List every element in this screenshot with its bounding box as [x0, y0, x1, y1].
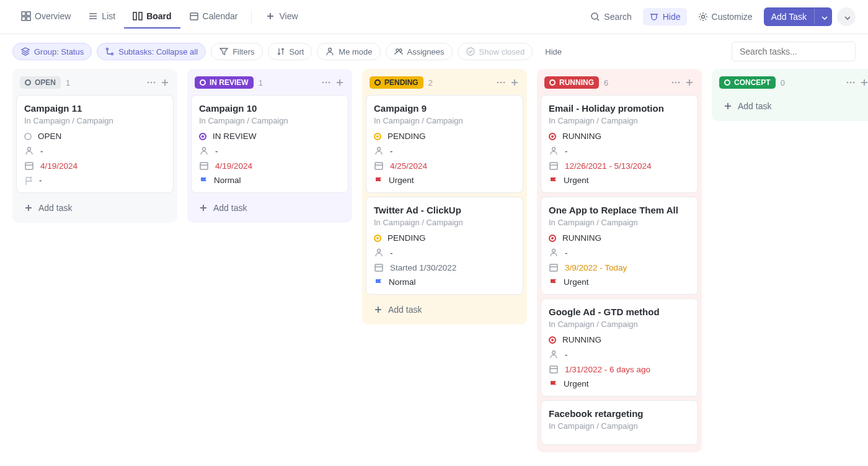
calendar-icon: [199, 161, 209, 171]
status-badge[interactable]: IN REVIEW: [195, 76, 254, 89]
search-tasks[interactable]: [732, 42, 856, 61]
calendar-icon: [374, 161, 384, 171]
status-label: RUNNING: [559, 78, 594, 87]
filters-pill[interactable]: Filters: [211, 43, 262, 60]
status-badge[interactable]: CONCEPT: [719, 76, 776, 89]
tab-add-view[interactable]: View: [257, 5, 306, 29]
task-card[interactable]: Campaign 11 In Campaign / Campaign OPEN …: [16, 95, 174, 193]
column-header: PENDING 2: [366, 73, 523, 95]
search-input[interactable]: [740, 47, 848, 56]
status-badge[interactable]: PENDING: [370, 76, 423, 89]
hide-icon: [649, 12, 659, 22]
status-ring-icon: [549, 235, 556, 242]
tab-calendar[interactable]: Calendar: [180, 5, 247, 29]
subtasks-pill[interactable]: Subtasks: Collapse all: [97, 43, 206, 60]
card-title: Campaign 11: [24, 103, 166, 114]
plus-icon[interactable]: [684, 78, 694, 87]
list-icon: [88, 11, 98, 21]
card-status: IN REVIEW: [199, 132, 340, 141]
date-text: 4/19/2024: [40, 161, 78, 171]
assignee-text: -: [215, 146, 218, 156]
card-date: 4/19/2024: [199, 161, 340, 171]
plus-icon[interactable]: [859, 78, 868, 87]
status-text: RUNNING: [562, 335, 601, 344]
search-button[interactable]: Search: [584, 8, 637, 25]
tab-overview[interactable]: Overview: [12, 5, 79, 29]
more-icon[interactable]: [146, 78, 156, 87]
card-priority: Normal: [374, 277, 515, 287]
person-icon: [549, 146, 559, 156]
hide-toolbar-button[interactable]: Hide: [538, 44, 569, 60]
user-menu[interactable]: [837, 7, 856, 26]
column-header: RUNNING 6: [541, 73, 698, 95]
chevron-down-icon: [843, 13, 850, 20]
card-title: One App to Replace Them All: [549, 205, 690, 215]
flag-icon: [199, 176, 208, 185]
plus-icon[interactable]: [335, 78, 345, 87]
me-mode-pill[interactable]: Me mode: [317, 43, 380, 60]
task-card[interactable]: Google Ad - GTD method In Campaign / Cam…: [541, 298, 698, 397]
priority-text: Normal: [389, 277, 416, 287]
task-card[interactable]: Twitter Ad - ClickUp In Campaign / Campa…: [366, 197, 523, 295]
status-ring-icon: [374, 235, 381, 242]
tab-label: Overview: [35, 11, 71, 21]
show-closed-pill[interactable]: Show closed: [458, 43, 533, 60]
assignees-pill[interactable]: Assignees: [386, 43, 453, 60]
add-task-dropdown[interactable]: [814, 9, 832, 25]
group-pill[interactable]: Group: Status: [12, 43, 92, 60]
tab-board[interactable]: Board: [124, 5, 180, 29]
card-assignee: -: [199, 146, 340, 156]
customize-button[interactable]: Customize: [692, 8, 759, 25]
card-title: Campaign 9: [374, 103, 515, 114]
plus-icon: [373, 305, 383, 315]
add-task-button[interactable]: Add Task: [764, 7, 832, 26]
flag-icon: [549, 380, 557, 388]
status-ring-icon: [374, 133, 381, 140]
more-icon[interactable]: [846, 78, 856, 87]
task-card[interactable]: One App to Replace Them All In Campaign …: [541, 197, 698, 295]
add-task-button[interactable]: Add task: [715, 95, 868, 117]
task-card[interactable]: Campaign 10 In Campaign / Campaign IN RE…: [191, 95, 348, 193]
status-badge[interactable]: OPEN: [20, 76, 61, 89]
board: OPEN 1 Campaign 11 In Campaign / Campaig…: [0, 69, 868, 465]
card-assignee: -: [549, 248, 690, 258]
flag-icon: [374, 278, 383, 287]
label: Me mode: [339, 47, 372, 56]
add-task-button[interactable]: Add task: [366, 298, 523, 321]
column-running: RUNNING 6 Email - Holiday promotion In C…: [537, 69, 702, 452]
hide-button[interactable]: Hide: [643, 8, 687, 25]
status-label: CONCEPT: [734, 78, 771, 87]
top-actions: Search Hide Customize Add Task: [584, 7, 856, 26]
more-icon[interactable]: [321, 78, 331, 87]
date-text: 3/9/2022 - Today: [565, 263, 627, 272]
task-card[interactable]: Campaign 9 In Campaign / Campaign PENDIN…: [366, 95, 523, 193]
card-title: Google Ad - GTD method: [549, 307, 690, 317]
status-badge[interactable]: RUNNING: [544, 76, 599, 89]
column-count: 2: [428, 78, 433, 87]
card-date: 1/31/2022 - 6 days ago: [549, 364, 690, 374]
add-task-button[interactable]: Add task: [16, 197, 174, 219]
status-dot-icon: [200, 79, 206, 86]
status-text: IN REVIEW: [213, 132, 257, 141]
sort-pill[interactable]: Sort: [268, 43, 312, 60]
status-text: RUNNING: [562, 233, 601, 243]
tab-list[interactable]: List: [79, 5, 124, 29]
more-icon[interactable]: [671, 78, 681, 87]
card-breadcrumb: In Campaign / Campaign: [549, 218, 690, 227]
card-assignee: -: [374, 146, 515, 156]
filter-icon: [219, 47, 229, 56]
card-priority: Urgent: [374, 176, 515, 185]
task-card[interactable]: Facebook retargeting In Campaign / Campa…: [541, 400, 698, 445]
column-pending: PENDING 2 Campaign 9 In Campaign / Campa…: [362, 69, 527, 325]
task-card[interactable]: Email - Holiday promotion In Campaign / …: [541, 95, 698, 193]
card-priority: Urgent: [549, 176, 690, 185]
priority-text: Urgent: [389, 176, 414, 185]
tab-label: List: [102, 11, 115, 21]
plus-icon[interactable]: [510, 78, 520, 87]
plus-icon[interactable]: [160, 78, 170, 87]
column-count: 1: [66, 78, 70, 87]
label[interactable]: Add Task: [764, 7, 814, 26]
more-icon[interactable]: [496, 78, 506, 87]
add-task-button[interactable]: Add task: [191, 197, 348, 219]
column-count: 6: [604, 78, 608, 87]
